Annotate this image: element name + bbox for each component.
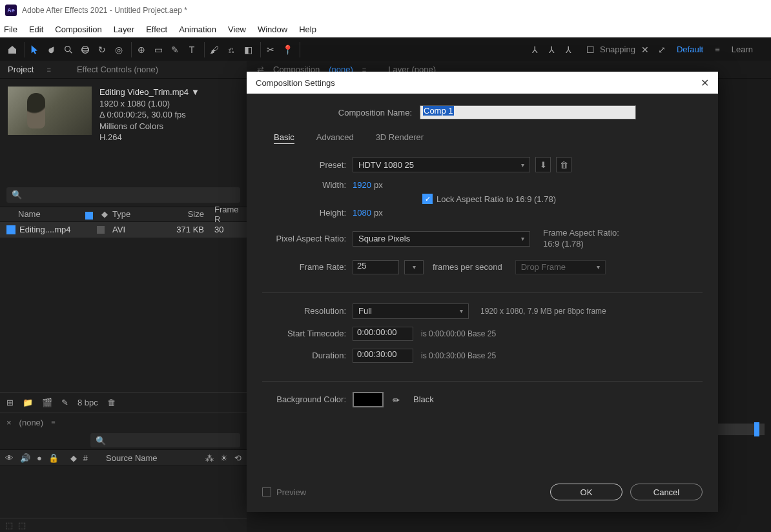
- project-grid-row[interactable]: Editing....mp4 AVI 371 KB 30: [0, 222, 247, 238]
- learn-link[interactable]: Learn: [732, 45, 753, 54]
- cancel-button[interactable]: Cancel: [630, 484, 703, 500]
- workspace-default-link[interactable]: Default: [677, 45, 703, 54]
- menu-edit[interactable]: Edit: [29, 25, 43, 34]
- lock-toggle-icon[interactable]: 🔒: [48, 453, 59, 463]
- home-icon[interactable]: [5, 43, 19, 57]
- rotate-tool-icon[interactable]: ↻: [95, 43, 109, 57]
- asset-menu-caret-icon[interactable]: ▼: [191, 87, 200, 97]
- timeline-search-input[interactable]: 🔍: [90, 433, 240, 447]
- axis-view-icon[interactable]: ⅄: [561, 43, 575, 57]
- resolution-dropdown[interactable]: Full▾: [353, 303, 469, 319]
- preset-dropdown[interactable]: HDTV 1080 25▾: [353, 157, 530, 172]
- eyedropper-icon[interactable]: ✎: [390, 391, 406, 407]
- camera-tool-icon[interactable]: ◎: [112, 43, 126, 57]
- framerate-stepper[interactable]: ▾: [404, 260, 424, 274]
- tab-basic[interactable]: Basic: [274, 132, 294, 144]
- orbit-tool-icon[interactable]: [78, 43, 92, 57]
- label-col-icon[interactable]: ◆: [70, 453, 77, 463]
- par-dropdown[interactable]: Square Pixels▾: [353, 231, 530, 247]
- roto-tool-icon[interactable]: ✂: [263, 43, 278, 57]
- source-name-col[interactable]: Source Name: [106, 453, 157, 463]
- menu-help[interactable]: Help: [299, 25, 316, 34]
- col-tag-header[interactable]: ◆: [97, 209, 112, 219]
- av-toggle-icon[interactable]: 👁: [5, 453, 14, 463]
- effect-controls-tab[interactable]: Effect Controls (none): [77, 65, 158, 74]
- workspace-menu-icon[interactable]: ≡: [715, 45, 720, 54]
- asset-codec: H.264: [99, 132, 200, 143]
- ok-button[interactable]: OK: [550, 484, 622, 500]
- menu-animation[interactable]: Animation: [179, 25, 216, 34]
- bpc-button[interactable]: 8 bpc: [77, 398, 98, 407]
- snapping-checkbox-icon[interactable]: ☐: [583, 43, 597, 57]
- timeline-close-icon[interactable]: ×: [6, 418, 12, 427]
- axis-local-icon[interactable]: ⅄: [528, 43, 542, 57]
- tab-3d-renderer[interactable]: 3D Renderer: [376, 132, 424, 144]
- menu-composition[interactable]: Composition: [55, 25, 101, 34]
- audio-toggle-icon[interactable]: 🔊: [20, 453, 30, 463]
- project-tab[interactable]: Project: [8, 65, 34, 74]
- asset-thumbnail[interactable]: [8, 87, 92, 135]
- adjust-icon[interactable]: ✎: [61, 398, 68, 407]
- comp-name-input[interactable]: Comp 1: [420, 105, 636, 119]
- switches-icon[interactable]: ⁂: [205, 453, 214, 463]
- project-search-input[interactable]: 🔍: [6, 187, 240, 203]
- playhead-icon[interactable]: [754, 422, 759, 436]
- panel-menu-icon[interactable]: ≡: [46, 66, 50, 74]
- interpret-footage-icon[interactable]: ⊞: [6, 398, 14, 407]
- brush-tool-icon[interactable]: 🖌: [207, 43, 221, 57]
- new-comp-icon[interactable]: 🎬: [42, 398, 52, 407]
- eraser-tool-icon[interactable]: ◧: [241, 43, 255, 57]
- bgcolor-swatch[interactable]: [353, 392, 384, 407]
- anchor-tool-icon[interactable]: ⊕: [134, 43, 149, 57]
- save-preset-icon[interactable]: ⬇: [535, 157, 551, 172]
- width-value[interactable]: 1920: [353, 180, 371, 190]
- snap-opt1-icon[interactable]: ✕: [638, 43, 652, 57]
- window-title: Adobe After Effects 2021 - Untitled Proj…: [22, 6, 187, 15]
- label-color-icon[interactable]: [97, 226, 105, 234]
- snapping-label[interactable]: Snapping: [600, 45, 635, 54]
- menu-bar: File Edit Composition Layer Effect Anima…: [0, 21, 771, 37]
- axis-world-icon[interactable]: ⅄: [544, 43, 559, 57]
- start-timecode-input[interactable]: 0:00:00:00: [353, 327, 413, 341]
- framerate-input[interactable]: 25: [353, 260, 399, 274]
- lock-aspect-checkbox[interactable]: ✓: [422, 194, 433, 204]
- puppet-tool-icon[interactable]: 📍: [280, 43, 294, 57]
- solo-toggle-icon[interactable]: ●: [37, 453, 42, 463]
- col-framerate-header[interactable]: Frame R: [209, 205, 247, 224]
- toggle-modes-icon[interactable]: ⬚: [18, 520, 26, 530]
- modes-icon[interactable]: ☀: [220, 453, 228, 463]
- px-unit2: px: [374, 208, 383, 218]
- rect-tool-icon[interactable]: ▭: [151, 43, 165, 57]
- timeline-menu-icon[interactable]: ≡: [51, 418, 55, 426]
- zoom-tool-icon[interactable]: [61, 43, 76, 57]
- menu-file[interactable]: File: [4, 25, 17, 34]
- text-tool-icon[interactable]: T: [185, 43, 199, 57]
- menu-layer[interactable]: Layer: [114, 25, 135, 34]
- selection-tool-icon[interactable]: [28, 43, 42, 57]
- par-value: Square Pixels: [358, 234, 410, 243]
- col-type-header[interactable]: Type: [112, 209, 170, 219]
- menu-view[interactable]: View: [228, 25, 246, 34]
- delete-preset-icon[interactable]: 🗑: [556, 157, 571, 172]
- menu-window[interactable]: Window: [258, 25, 287, 34]
- snap-opt2-icon[interactable]: ⤢: [655, 43, 669, 57]
- parent-icon[interactable]: ⟲: [234, 453, 242, 463]
- tab-advanced[interactable]: Advanced: [316, 132, 354, 144]
- col-name-header[interactable]: Name: [18, 209, 41, 219]
- timeline-tab-none[interactable]: (none): [19, 418, 44, 427]
- menu-effect[interactable]: Effect: [146, 25, 167, 34]
- preview-checkbox[interactable]: [262, 487, 271, 496]
- sort-indicator-icon[interactable]: [85, 212, 93, 220]
- toggle-switches-icon[interactable]: ⬚: [5, 520, 13, 530]
- clone-tool-icon[interactable]: ⎌: [224, 43, 238, 57]
- hand-tool-icon[interactable]: [45, 43, 59, 57]
- col-size-header[interactable]: Size: [170, 209, 209, 219]
- duration-note: is 0:00:30:00 Base 25: [421, 351, 496, 360]
- duration-input[interactable]: 0:00:30:00: [353, 349, 413, 363]
- dialog-close-icon[interactable]: ✕: [701, 77, 709, 89]
- new-folder-icon[interactable]: 📁: [23, 398, 33, 407]
- trash-icon[interactable]: 🗑: [107, 398, 116, 407]
- height-value[interactable]: 1080: [353, 208, 371, 218]
- svg-point-0: [65, 46, 70, 51]
- pen-tool-icon[interactable]: ✎: [168, 43, 182, 57]
